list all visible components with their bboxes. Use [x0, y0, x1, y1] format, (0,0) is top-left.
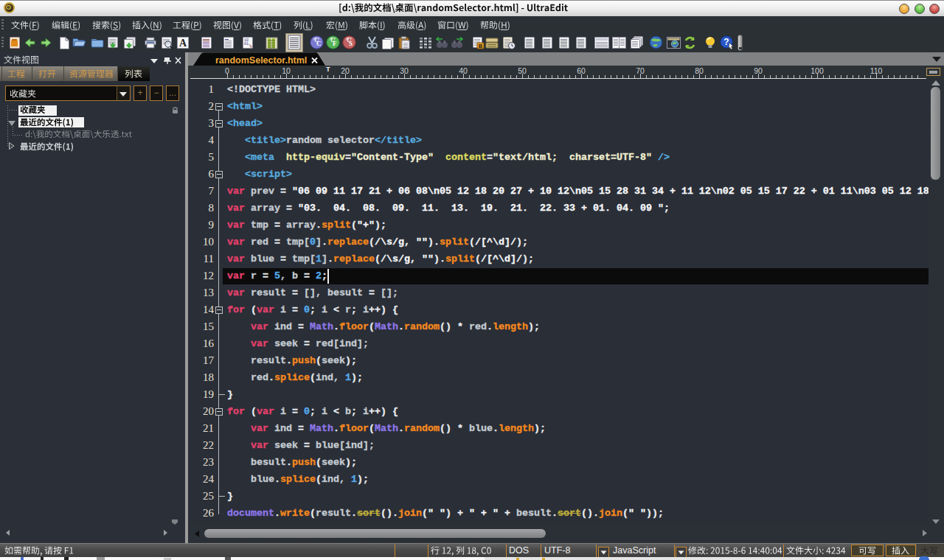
svg-text:F: F	[333, 40, 337, 47]
svg-text:?: ?	[723, 37, 729, 47]
svg-text:C: C	[316, 40, 322, 47]
svg-text:S: S	[349, 40, 353, 47]
svg-text:01: 01	[244, 42, 249, 46]
svg-text:A: A	[179, 38, 187, 49]
svg-text:B: B	[479, 43, 483, 49]
